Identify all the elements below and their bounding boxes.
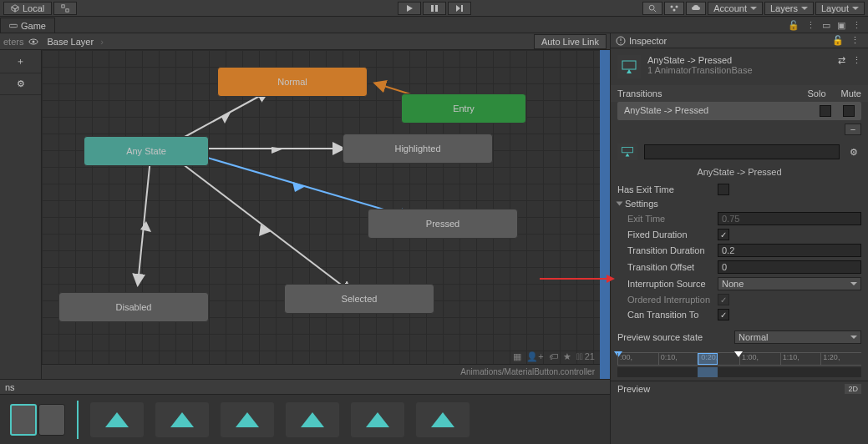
state-any-state[interactable]: Any State — [84, 136, 209, 166]
state-normal[interactable]: Normal — [217, 67, 368, 97]
maximize-icon[interactable]: ▣ — [834, 18, 849, 33]
state-selected[interactable]: Selected — [284, 284, 434, 314]
fixed-duration-checkbox[interactable] — [718, 229, 729, 240]
search-icon — [648, 4, 657, 13]
cloud-icon — [691, 4, 701, 13]
profile-icon[interactable]: 👤+ — [526, 351, 543, 362]
transition-offset-field[interactable] — [718, 260, 861, 274]
tab-game[interactable]: Game — [0, 18, 55, 33]
step-icon — [455, 4, 464, 13]
interruption-source-select[interactable]: None — [718, 277, 861, 290]
play-icon — [170, 412, 194, 427]
remove-transition-button[interactable]: − — [845, 124, 861, 135]
minimize-icon[interactable]: ▭ — [819, 18, 834, 33]
clip-item[interactable] — [221, 402, 274, 437]
transition-range[interactable] — [698, 353, 718, 365]
transition-subtitle: 1 AnimatorTransitionBase — [647, 65, 831, 75]
tabs-row: Game 🔓 ⋮ ▭ ▣ ⋮ — [0, 17, 868, 33]
svg-rect-0 — [62, 4, 64, 7]
ordered-interruption-label: Ordered Interruption — [617, 295, 718, 305]
preview-source-state-select[interactable]: Normal — [734, 330, 861, 344]
clip-item[interactable] — [90, 402, 144, 437]
search-button[interactable] — [642, 2, 662, 15]
timeline-tick: 0:10, — [658, 353, 699, 365]
inspector-tab-label[interactable]: Inspector — [626, 36, 667, 46]
step-button[interactable] — [448, 2, 471, 15]
account-dropdown[interactable]: Account — [708, 2, 763, 15]
layers-dropdown[interactable]: Layers — [764, 2, 814, 15]
tab-game-label: Game — [21, 21, 46, 31]
clip-item[interactable] — [351, 402, 404, 437]
menu-dots-icon[interactable]: ⋮ — [849, 18, 865, 33]
preview-row: Preview 2D — [611, 381, 868, 396]
transition-duration-label: Transition Duration — [617, 245, 718, 255]
visibility-toggle[interactable]: 👁̸21 — [576, 351, 595, 361]
has-exit-time-label: Has Exit Time — [617, 184, 718, 194]
transition-segment[interactable] — [698, 367, 718, 377]
mute-label: Mute — [841, 88, 861, 98]
settings-gear-button[interactable]: ⚙ — [846, 147, 861, 158]
transition-icon — [617, 144, 637, 160]
caret-down-icon — [850, 336, 857, 339]
add-layer-button[interactable]: ＋ — [0, 50, 41, 73]
clip-thumb[interactable] — [38, 404, 65, 436]
transition-timeline[interactable]: :00, 0:10, 0:20, 1:00, 1:10, 1:20, — [617, 352, 861, 377]
exit-time-field[interactable] — [718, 212, 861, 225]
play-button[interactable] — [398, 2, 421, 15]
layers-label: Layers — [770, 3, 798, 13]
cloud-button[interactable] — [686, 2, 706, 15]
transition-list-row[interactable]: AnyState -> Pressed — [617, 102, 861, 120]
timeline-tick: 1:00, — [739, 353, 780, 365]
local-label: Local — [23, 3, 44, 13]
playhead-end[interactable] — [734, 351, 743, 357]
asset-path: Animations/MaterialButton.controller — [460, 367, 595, 376]
state-highlighted[interactable]: Highlighted — [343, 134, 493, 164]
solo-checkbox[interactable] — [820, 105, 831, 117]
tag-icon[interactable]: 🏷 — [549, 351, 558, 361]
layer-settings-button[interactable]: ⚙ — [0, 73, 41, 95]
clip-item[interactable] — [416, 402, 470, 437]
clip-item[interactable] — [286, 402, 339, 437]
caret-down-icon — [750, 7, 757, 10]
scrollbar[interactable] — [600, 50, 610, 379]
preset-icon[interactable]: ⇄ — [838, 55, 845, 66]
svg-rect-4 — [461, 5, 463, 12]
ordered-interruption-checkbox[interactable] — [718, 294, 729, 305]
breadcrumb-base-layer[interactable]: Base Layer — [43, 37, 97, 47]
svg-point-9 — [673, 8, 676, 11]
can-transition-to-checkbox[interactable] — [718, 309, 729, 320]
clip-item[interactable] — [155, 402, 209, 437]
eye-icon[interactable] — [28, 37, 38, 47]
local-button[interactable]: Local — [3, 2, 52, 15]
timeline-tick: 1:10, — [780, 353, 821, 365]
has-exit-time-checkbox[interactable] — [718, 184, 729, 195]
star-icon[interactable]: ★ — [563, 351, 571, 362]
kebab-icon[interactable]: ⋮ — [852, 55, 861, 66]
settings-foldout[interactable] — [617, 202, 623, 206]
label: eters — [0, 37, 27, 47]
state-disabled[interactable]: Disabled — [58, 292, 209, 322]
collab-button[interactable] — [664, 2, 684, 15]
svg-point-7 — [671, 5, 673, 8]
mute-checkbox[interactable] — [843, 105, 855, 117]
pivot-button[interactable] — [53, 2, 77, 15]
inspector-title: AnyState -> Pressed 1 AnimatorTransition… — [611, 48, 868, 85]
state-pressed[interactable]: Pressed — [368, 209, 518, 239]
animator-graph[interactable]: Normal Entry Any State Highlighted Press… — [42, 50, 600, 379]
kebab-icon[interactable]: ⋮ — [803, 18, 819, 33]
state-entry[interactable]: Entry — [401, 93, 526, 124]
2d-toggle[interactable]: 2D — [845, 384, 861, 394]
layout-dropdown[interactable]: Layout — [815, 2, 865, 15]
kebab-icon[interactable]: ⋮ — [847, 35, 863, 46]
lock-icon[interactable]: 🔓 — [784, 18, 803, 33]
transition-name-field[interactable] — [644, 144, 840, 159]
play-icon — [105, 412, 129, 427]
transition-duration-field[interactable] — [718, 244, 861, 257]
preview-source-state-label: Preview source state — [617, 332, 734, 342]
clip-thumb[interactable] — [10, 404, 37, 436]
lock-icon[interactable]: 🔓 — [829, 35, 847, 46]
auto-live-link-button[interactable]: Auto Live Link — [534, 34, 607, 49]
pause-button[interactable] — [423, 2, 446, 15]
layout-label: Layout — [821, 3, 849, 13]
snap-icon[interactable]: ▦ — [513, 351, 521, 362]
